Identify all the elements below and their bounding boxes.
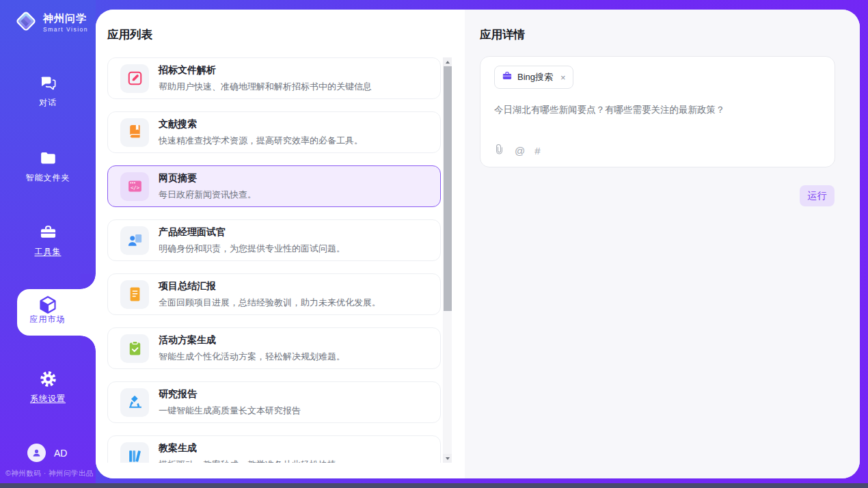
- app-card-description: 智能生成个性化活动方案，轻松解决规划难题。: [159, 351, 345, 363]
- app-card-description: 帮助用户快速、准确地理解和解析招标书中的关键信息: [159, 81, 372, 93]
- app-card-title: 活动方案生成: [159, 334, 345, 347]
- query-text[interactable]: 今日湖北有哪些新闻要点？有哪些需要关注的最新政策？: [494, 104, 821, 116]
- chip-close-icon[interactable]: ×: [560, 73, 566, 82]
- app-list: 招标文件解析 帮助用户快速、准确地理解和解析招标书中的关键信息 文献搜索 快速精…: [107, 57, 441, 463]
- composer-toolbar: @#: [493, 144, 541, 158]
- bottom-edge-strip: [0, 483, 868, 488]
- gear-icon: [0, 370, 96, 388]
- tool-chip-bing-search[interactable]: Bing搜索 ×: [494, 66, 573, 89]
- sidebar-item-label: 应用市场: [30, 314, 66, 325]
- copyright-text: ©神州数码 · 神州问学出品: [5, 469, 96, 478]
- clipboard-check-icon: [120, 334, 149, 363]
- browser-code-icon: </>: [120, 172, 149, 201]
- svg-text:</>: </>: [130, 185, 139, 191]
- app-card-description: 模板驱动，教案秒成，教学准备从此轻松快捷: [159, 459, 336, 463]
- app-detail-panel: 应用详情 Bing搜索 × 今日湖北有哪些新闻要点？有哪些需要关注的最新政策？ …: [465, 10, 860, 478]
- scrollbar-thumb[interactable]: [444, 66, 452, 311]
- app-window: { "brand": { "name": "神州问学", "subtitle":…: [0, 0, 868, 488]
- app-card[interactable]: 文献搜索 快速精准查找学术资源，提高研究效率的必备工具。: [107, 111, 441, 153]
- folder-icon: [0, 149, 96, 167]
- main-container: 应用列表 招标文件解析 帮助用户快速、准确地理解和解析招标书中的关键信息 文献搜…: [96, 10, 860, 478]
- chat-icon: [0, 74, 96, 92]
- app-card-description: 每日政府新闻资讯快查。: [159, 189, 256, 201]
- app-card-title: 文献搜索: [159, 118, 363, 131]
- paperclip-icon[interactable]: [493, 144, 505, 158]
- run-button[interactable]: 运行: [800, 185, 835, 206]
- brand-diamond-icon: [14, 9, 38, 36]
- app-card[interactable]: </> 网页摘要 每日政府新闻资讯快查。: [107, 165, 441, 207]
- sidebar-item-app-market[interactable]: 应用市场: [17, 289, 96, 336]
- interviewer-icon: [120, 226, 149, 255]
- app-card-title: 教案生成: [159, 442, 336, 455]
- book-icon: [120, 118, 149, 147]
- cube-icon: [17, 289, 78, 312]
- scroll-up-icon[interactable]: [443, 57, 452, 66]
- app-card[interactable]: 招标文件解析 帮助用户快速、准确地理解和解析招标书中的关键信息: [107, 57, 441, 99]
- sidebar-item-toolset[interactable]: 工具集: [0, 223, 96, 258]
- app-detail-title: 应用详情: [480, 27, 525, 42]
- app-card-title: 产品经理面试官: [159, 226, 345, 239]
- app-card[interactable]: 产品经理面试官 明确身份和职责，为您提供专业性的面试问题。: [107, 219, 441, 261]
- brand-name: 神州问学: [43, 12, 88, 25]
- app-list-panel: 应用列表 招标文件解析 帮助用户快速、准确地理解和解析招标书中的关键信息 文献搜…: [96, 10, 465, 478]
- books-icon: [120, 442, 149, 463]
- brand-logo: 神州问学 Smart Vision: [14, 9, 88, 36]
- user-initials: AD: [54, 448, 67, 459]
- sidebar-item-label: 系统设置: [30, 393, 66, 405]
- prompt-composer[interactable]: Bing搜索 × 今日湖北有哪些新闻要点？有哪些需要关注的最新政策？ @#: [480, 56, 835, 167]
- toolbox-icon: [0, 223, 96, 241]
- scroll-down-icon[interactable]: [443, 454, 452, 463]
- app-card-description: 明确身份和职责，为您提供专业性的面试问题。: [159, 243, 345, 255]
- briefcase-icon: [502, 70, 513, 84]
- app-card-title: 研究报告: [159, 388, 301, 401]
- app-card-title: 招标文件解析: [159, 64, 372, 77]
- app-card[interactable]: 研究报告 一键智能生成高质量长文本研究报告: [107, 381, 441, 423]
- app-card[interactable]: 项目总结汇报 全面回顾项目进展，总结经验教训，助力未来优化发展。: [107, 273, 441, 315]
- app-card-description: 全面回顾项目进展，总结经验教训，助力未来优化发展。: [159, 297, 381, 309]
- sidebar-item-label: 对话: [39, 97, 57, 109]
- app-card[interactable]: 活动方案生成 智能生成个性化活动方案，轻松解决规划难题。: [107, 327, 441, 369]
- tool-chip-label: Bing搜索: [517, 71, 553, 83]
- app-card-description: 一键智能生成高质量长文本研究报告: [159, 405, 301, 417]
- edit-document-icon: [120, 64, 149, 93]
- app-card[interactable]: 教案生成 模板驱动，教案秒成，教学准备从此轻松快捷: [107, 435, 441, 463]
- mention-icon[interactable]: @: [515, 145, 525, 157]
- brand-subtitle: Smart Vision: [43, 26, 88, 33]
- memo-icon: [120, 280, 149, 309]
- user-row[interactable]: AD: [27, 444, 67, 462]
- sidebar-item-label: 智能文件夹: [26, 172, 70, 184]
- user-avatar-icon: [27, 444, 46, 462]
- sidebar-item-chat[interactable]: 对话: [0, 74, 96, 109]
- app-list-title: 应用列表: [107, 27, 152, 42]
- app-card-description: 快速精准查找学术资源，提高研究效率的必备工具。: [159, 135, 363, 147]
- sidebar-item-settings[interactable]: 系统设置: [0, 370, 96, 405]
- sidebar-item-label: 工具集: [35, 246, 62, 258]
- hash-icon[interactable]: #: [534, 145, 540, 157]
- microscope-icon: [120, 388, 149, 417]
- app-card-title: 网页摘要: [159, 172, 256, 185]
- app-list-scrollbar[interactable]: [443, 57, 452, 463]
- app-card-title: 项目总结汇报: [159, 280, 381, 293]
- sidebar-item-smart-folder[interactable]: 智能文件夹: [0, 149, 96, 184]
- sidebar: 神州问学 Smart Vision 对话 智能文件夹 工具集 应用市场: [0, 0, 96, 483]
